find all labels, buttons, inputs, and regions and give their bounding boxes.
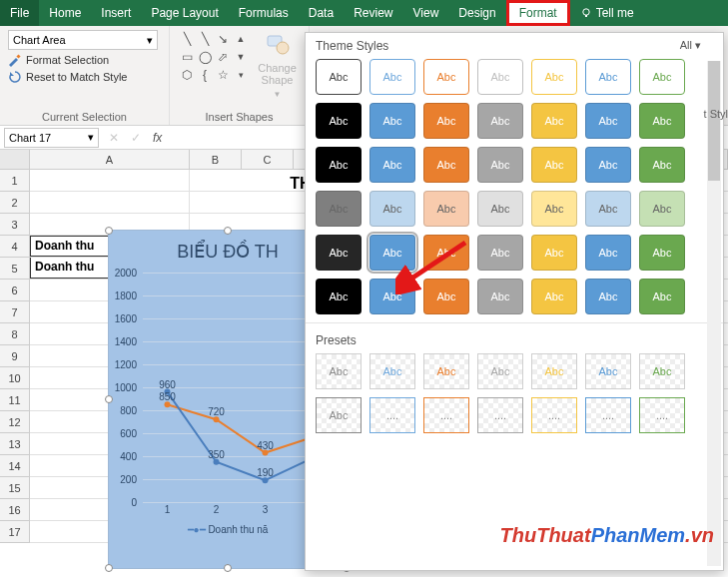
tab-design[interactable]: Design <box>448 0 505 26</box>
row-header[interactable]: 6 <box>0 280 30 301</box>
preset-swatch[interactable]: Abc <box>531 353 577 389</box>
row-header[interactable]: 5 <box>0 258 30 280</box>
select-all-corner[interactable] <box>0 150 30 169</box>
style-swatch[interactable]: Abc <box>531 191 577 227</box>
row-header[interactable]: 4 <box>0 236 30 258</box>
shapes-gallery[interactable]: ╲ ╲ ↘ ▲ ▭ ◯ ⬀ ▼ ⬡ { ☆ ▾ <box>178 30 250 84</box>
cancel-icon[interactable]: ✕ <box>103 131 125 145</box>
preset-swatch[interactable]: Abc <box>423 353 469 389</box>
style-swatch[interactable]: Abc <box>316 103 362 139</box>
tab-insert[interactable]: Insert <box>91 0 141 26</box>
style-swatch[interactable]: Abc <box>531 235 577 271</box>
style-swatch[interactable]: Abc <box>639 103 685 139</box>
row-header[interactable]: 9 <box>0 345 30 367</box>
row-header[interactable]: 2 <box>0 192 30 214</box>
shape-expand-icon: ▾ <box>232 66 250 84</box>
style-swatch[interactable]: Abc <box>585 59 631 95</box>
style-swatch[interactable]: Abc <box>531 103 577 139</box>
style-swatch[interactable]: Abc <box>585 103 631 139</box>
style-swatch[interactable]: Abc <box>369 279 415 314</box>
row-header[interactable]: 17 <box>0 521 30 543</box>
tab-formulas[interactable]: Formulas <box>229 0 299 26</box>
name-box[interactable]: Chart 17 ▾ <box>4 128 99 148</box>
style-swatch[interactable]: Abc <box>477 279 523 314</box>
style-swatch[interactable]: Abc <box>316 279 362 314</box>
style-swatch[interactable]: Abc <box>423 235 469 271</box>
tab-file[interactable]: File <box>0 0 39 26</box>
style-swatch[interactable]: Abc <box>585 147 631 183</box>
style-swatch[interactable]: Abc <box>423 191 469 227</box>
preset-swatch[interactable]: .... <box>585 397 631 433</box>
style-swatch[interactable]: Abc <box>316 191 362 227</box>
preset-swatch[interactable]: Abc <box>316 353 362 389</box>
style-swatch[interactable]: Abc <box>477 103 523 139</box>
style-swatch[interactable]: Abc <box>316 147 362 183</box>
style-swatch[interactable]: Abc <box>369 191 415 227</box>
tab-page-layout[interactable]: Page Layout <box>141 0 228 26</box>
style-swatch[interactable]: Abc <box>639 147 685 183</box>
reset-match-style-button[interactable]: Reset to Match Style <box>8 70 161 84</box>
style-swatch[interactable]: Abc <box>531 147 577 183</box>
style-swatch[interactable]: Abc <box>639 59 685 95</box>
col-header-b[interactable]: B <box>190 150 242 169</box>
preset-swatch[interactable]: Abc <box>477 353 523 389</box>
row-header[interactable]: 16 <box>0 499 30 521</box>
row-header[interactable]: 1 <box>0 170 30 192</box>
style-swatch[interactable]: Abc <box>369 147 415 183</box>
style-swatch[interactable]: Abc <box>585 279 631 314</box>
preset-swatch[interactable]: .... <box>639 397 685 433</box>
tab-home[interactable]: Home <box>39 0 91 26</box>
row-header[interactable]: 3 <box>0 214 30 236</box>
style-swatch[interactable]: Abc <box>423 103 469 139</box>
row-header[interactable]: 7 <box>0 301 30 323</box>
style-swatch[interactable]: Abc <box>585 191 631 227</box>
styles-scrollbar[interactable] <box>707 61 721 566</box>
style-swatch[interactable]: Abc <box>639 191 685 227</box>
style-swatch[interactable]: Abc <box>477 59 523 95</box>
style-swatch[interactable]: Abc <box>585 235 631 271</box>
style-swatch[interactable]: Abc <box>477 191 523 227</box>
style-swatch[interactable]: Abc <box>316 59 362 95</box>
styles-all-button[interactable]: All ▾ <box>680 39 701 52</box>
preset-swatch[interactable]: Abc <box>585 353 631 389</box>
chart-element-combo[interactable]: Chart Area ▾ <box>8 30 158 50</box>
preset-swatch[interactable]: Abc <box>639 353 685 389</box>
preset-swatch[interactable]: Abc <box>316 397 362 433</box>
style-swatch[interactable]: Abc <box>639 235 685 271</box>
style-swatch[interactable]: Abc <box>316 235 362 271</box>
tab-review[interactable]: Review <box>344 0 402 26</box>
style-swatch[interactable]: Abc <box>477 147 523 183</box>
tab-data[interactable]: Data <box>299 0 344 26</box>
preset-swatch[interactable]: .... <box>531 397 577 433</box>
col-header-c[interactable]: C <box>242 150 294 169</box>
row-header[interactable]: 10 <box>0 367 30 389</box>
tab-format[interactable]: Format <box>506 0 570 26</box>
style-swatch[interactable]: Abc <box>423 59 469 95</box>
row-header[interactable]: 13 <box>0 433 30 455</box>
style-swatch[interactable]: Abc <box>369 103 415 139</box>
style-swatch[interactable]: Abc <box>423 279 469 314</box>
preset-swatch[interactable]: .... <box>477 397 523 433</box>
style-swatch[interactable]: Abc <box>531 279 577 314</box>
fx-label[interactable]: fx <box>153 131 162 145</box>
format-selection-button[interactable]: Format Selection <box>8 53 161 67</box>
row-header[interactable]: 11 <box>0 389 30 411</box>
style-swatch[interactable]: Abc <box>369 59 415 95</box>
style-swatch[interactable]: Abc <box>531 59 577 95</box>
style-swatch[interactable]: Abc <box>639 279 685 314</box>
row-header[interactable]: 15 <box>0 477 30 499</box>
scrollbar-thumb[interactable] <box>708 61 720 181</box>
style-swatch[interactable]: Abc <box>423 147 469 183</box>
row-header[interactable]: 14 <box>0 455 30 477</box>
preset-swatch[interactable]: .... <box>423 397 469 433</box>
style-swatch[interactable]: Abc <box>369 235 415 271</box>
tab-view[interactable]: View <box>403 0 449 26</box>
enter-icon[interactable]: ✓ <box>125 131 147 145</box>
tell-me[interactable]: Tell me <box>570 0 644 26</box>
row-header[interactable]: 8 <box>0 323 30 345</box>
preset-swatch[interactable]: Abc <box>369 353 415 389</box>
style-swatch[interactable]: Abc <box>477 235 523 271</box>
preset-swatch[interactable]: .... <box>369 397 415 433</box>
row-header[interactable]: 12 <box>0 411 30 433</box>
col-header-a[interactable]: A <box>30 150 190 169</box>
